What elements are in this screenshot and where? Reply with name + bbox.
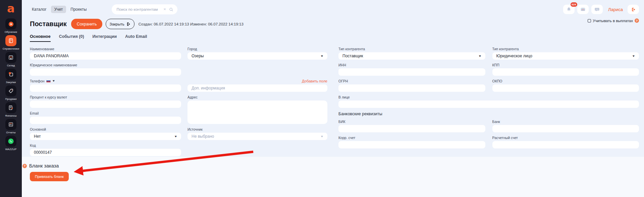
okpo-input[interactable] bbox=[492, 84, 639, 92]
search-input[interactable] bbox=[116, 7, 162, 12]
source-select[interactable]: Не выбрано ▼ bbox=[187, 133, 327, 140]
address-textarea[interactable] bbox=[187, 101, 327, 124]
code-input[interactable] bbox=[30, 149, 181, 156]
supplier-form: Наименование Город Озеры ▼ Юридическое н… bbox=[30, 47, 639, 156]
notifications-button[interactable]: 629 bbox=[563, 5, 575, 14]
field-primary: Основной Нет ▼ bbox=[30, 127, 181, 140]
tab-auto-email[interactable]: Auto Email bbox=[125, 34, 147, 42]
sidebar-item-label: Закупки bbox=[6, 81, 16, 84]
phone-input[interactable] bbox=[30, 84, 181, 92]
tab-integracii[interactable]: Интеграции bbox=[93, 34, 117, 42]
user-name[interactable]: Лариса bbox=[608, 7, 623, 12]
finance-icon bbox=[5, 102, 16, 113]
add-field-link[interactable]: Добавить поле bbox=[302, 79, 327, 83]
corr-account-label: Корр. счет bbox=[338, 135, 485, 140]
created-modified-meta: Создан: 06.07.2022 14:19:13 Изменен: 06.… bbox=[139, 22, 244, 26]
field-corr-account: Корр. счет bbox=[338, 135, 485, 148]
tab-sobytiya[interactable]: События (0) bbox=[59, 34, 84, 42]
field-currency-percent: Процент к курсу валют bbox=[30, 95, 181, 108]
sidebar-item-wazzup[interactable]: WAZZUP bbox=[0, 136, 22, 151]
attach-blank-button[interactable]: Привязать бланк bbox=[30, 172, 69, 181]
inn-input[interactable] bbox=[338, 68, 485, 76]
field-email: Email bbox=[30, 111, 181, 124]
chevron-down-icon: ▼ bbox=[320, 135, 324, 138]
sidebar-item-prodazhi[interactable]: Продажи bbox=[0, 85, 22, 101]
help-icon[interactable]: ? bbox=[22, 164, 27, 168]
field-okpo: ОКПО bbox=[492, 79, 639, 92]
email-field[interactable] bbox=[30, 117, 181, 124]
corr-account-input[interactable] bbox=[338, 141, 485, 148]
city-select-value: Озеры bbox=[192, 54, 204, 58]
chevron-down-icon: ▼ bbox=[320, 55, 324, 58]
purchases-icon bbox=[5, 69, 16, 80]
tab-osnovnoe[interactable]: Основное bbox=[30, 34, 51, 42]
field-bik: БИК bbox=[338, 119, 485, 132]
field-kpp: КПП bbox=[492, 63, 639, 76]
sidebar-item-obuchenie[interactable]: Обучение bbox=[0, 18, 22, 34]
phone-label: Телефон ▼ bbox=[30, 79, 181, 83]
bank-input[interactable] bbox=[492, 125, 639, 132]
russia-flag-icon[interactable] bbox=[46, 79, 51, 82]
nav-projects[interactable]: Проекты bbox=[68, 6, 89, 13]
search-bar: ✕ bbox=[112, 4, 177, 14]
legal-form-type-value: Юридическое лицо bbox=[496, 54, 532, 58]
field-legal-name: Юридическое наименование bbox=[30, 63, 181, 76]
city-label: Город bbox=[187, 47, 327, 51]
page-header: Поставщик Сохранить Закрыть Создан: 06.0… bbox=[30, 19, 639, 29]
field-phone: Телефон ▼ bbox=[30, 79, 181, 92]
chat-button[interactable] bbox=[591, 5, 603, 14]
currency-percent-input[interactable] bbox=[30, 101, 181, 108]
sidebar-item-spravochniki[interactable]: Справочники bbox=[0, 35, 22, 50]
exit-icon bbox=[126, 22, 131, 26]
chat-icon bbox=[594, 7, 600, 12]
chevron-down-icon: ▼ bbox=[478, 55, 481, 58]
mail-button[interactable] bbox=[577, 5, 589, 14]
close-button[interactable]: Закрыть bbox=[106, 19, 134, 29]
search-icon[interactable] bbox=[169, 7, 173, 12]
nav-uchet[interactable]: Учет bbox=[51, 6, 66, 13]
page-title: Поставщик bbox=[30, 20, 67, 28]
field-legal-form-type: Тип контрагента Юридическое лицо ▼ bbox=[492, 47, 639, 60]
bik-input[interactable] bbox=[338, 125, 485, 132]
legal-name-input[interactable] bbox=[30, 68, 181, 76]
primary-select[interactable]: Нет ▼ bbox=[30, 133, 181, 140]
close-button-label: Закрыть bbox=[109, 22, 124, 26]
app-logo[interactable]: a bbox=[7, 3, 15, 14]
sidebar-item-zakupki[interactable]: Закупки bbox=[0, 69, 22, 84]
add-field-row: Добавить поле bbox=[187, 79, 327, 83]
settlement-account-input[interactable] bbox=[492, 141, 639, 148]
form-left: Наименование Город Озеры ▼ Юридическое н… bbox=[30, 47, 327, 156]
source-label: Источник bbox=[187, 127, 327, 131]
field-bank: Банк bbox=[492, 119, 639, 132]
save-button[interactable]: Сохранить bbox=[71, 19, 103, 29]
main-area: Каталог Учет Проекты ✕ 629 bbox=[22, 0, 644, 197]
kpp-input[interactable] bbox=[492, 68, 639, 76]
payments-checkbox-row: Учитывать в выплатах ? bbox=[588, 18, 639, 23]
reports-icon bbox=[5, 119, 16, 130]
ogrn-input[interactable] bbox=[338, 84, 485, 92]
legal-form-type-select[interactable]: Юридическое лицо ▼ bbox=[492, 52, 639, 60]
nav-catalog[interactable]: Каталог bbox=[30, 6, 49, 13]
sidebar-item-sklad[interactable]: Склад bbox=[0, 52, 22, 67]
chevron-down-icon: ▼ bbox=[174, 135, 177, 138]
payments-checkbox-label: Учитывать в выплатах bbox=[593, 19, 633, 23]
primary-select-value: Нет bbox=[34, 134, 41, 139]
counterparty-type-select[interactable]: Поставщик ▼ bbox=[338, 52, 485, 60]
source-select-placeholder: Не выбрано bbox=[192, 134, 214, 139]
field-inn: ИНН bbox=[338, 63, 485, 76]
sidebar-item-otchety[interactable]: Отчеты bbox=[0, 119, 22, 134]
address-label: Адрес bbox=[187, 95, 327, 99]
help-icon[interactable]: ? bbox=[635, 18, 639, 23]
clear-search-icon[interactable]: ✕ bbox=[163, 8, 166, 11]
sidebar-item-finansy[interactable]: Финансы bbox=[0, 102, 22, 117]
acting-person-input[interactable] bbox=[338, 101, 639, 108]
sidebar-item-label: Справочники bbox=[3, 47, 19, 50]
name-input[interactable] bbox=[30, 52, 181, 60]
city-select[interactable]: Озеры ▼ bbox=[187, 52, 327, 60]
envelope-icon bbox=[580, 7, 586, 12]
logout-button[interactable] bbox=[628, 5, 639, 14]
payments-checkbox[interactable] bbox=[588, 19, 591, 22]
extra-info-input[interactable] bbox=[187, 84, 327, 92]
chevron-down-icon[interactable]: ▼ bbox=[52, 79, 55, 82]
field-ogrn: ОГРН bbox=[338, 79, 485, 92]
